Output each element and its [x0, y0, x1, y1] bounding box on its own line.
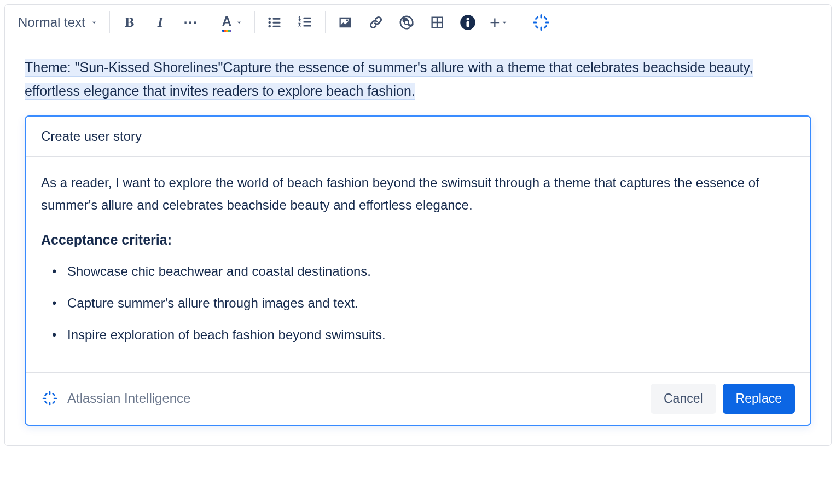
number-list-icon: 123 [298, 15, 313, 30]
plus-icon: + [490, 13, 500, 33]
svg-rect-3 [273, 22, 281, 24]
cancel-button[interactable]: Cancel [651, 384, 716, 414]
ai-brand-label: Atlassian Intelligence [67, 391, 190, 406]
highlight: Theme: "Sun-Kissed Shorelines"Capture th… [25, 59, 753, 100]
svg-rect-11 [304, 25, 311, 27]
svg-rect-27 [44, 393, 48, 397]
table-icon [429, 15, 445, 30]
svg-text:3: 3 [298, 24, 301, 28]
at-icon [398, 14, 415, 31]
svg-rect-20 [543, 25, 547, 28]
text-style-dropdown[interactable]: Normal text [18, 15, 98, 30]
svg-rect-5 [273, 26, 281, 27]
text-color-icon: A [222, 14, 231, 32]
link-button[interactable] [367, 14, 385, 31]
text-style-label: Normal text [18, 15, 85, 30]
svg-rect-18 [545, 22, 549, 24]
image-button[interactable] [336, 14, 354, 31]
svg-rect-9 [304, 21, 311, 23]
number-list-button[interactable]: 123 [297, 14, 314, 31]
svg-point-13 [467, 18, 469, 20]
ai-panel-body: As a reader, I want to explore the world… [26, 157, 810, 372]
svg-rect-26 [54, 398, 57, 399]
info-button[interactable] [459, 14, 477, 31]
svg-rect-7 [304, 18, 311, 19]
editor-content[interactable]: Theme: "Sun-Kissed Shorelines"Capture th… [5, 40, 831, 445]
chevron-down-icon [500, 18, 509, 27]
svg-rect-1 [273, 18, 281, 20]
selected-text: Theme: "Sun-Kissed Shorelines"Capture th… [25, 56, 811, 102]
svg-rect-28 [52, 401, 56, 404]
svg-rect-23 [49, 391, 51, 395]
ai-sparkle-icon [41, 390, 59, 407]
svg-rect-22 [535, 25, 538, 28]
user-story-text: As a reader, I want to explore the world… [41, 172, 795, 217]
table-button[interactable] [428, 14, 446, 31]
editor: Normal text B I ··· A 123 [4, 4, 832, 446]
chevron-down-icon [90, 18, 98, 27]
more-formatting-button[interactable]: ··· [182, 14, 200, 31]
link-icon [368, 15, 384, 30]
ai-brand: Atlassian Intelligence [41, 390, 190, 407]
svg-rect-17 [533, 22, 537, 24]
criteria-heading: Acceptance criteria: [41, 232, 795, 248]
svg-rect-29 [52, 393, 56, 397]
list-item: Capture summer's allure through images a… [56, 293, 795, 314]
mention-button[interactable] [398, 14, 415, 31]
ai-assist-button[interactable] [531, 14, 551, 31]
criteria-list: Showcase chic beachwear and coastal dest… [41, 261, 795, 346]
italic-button[interactable]: I [152, 14, 169, 31]
svg-rect-14 [467, 21, 469, 27]
svg-rect-25 [43, 398, 47, 399]
ai-sparkle-icon [531, 13, 551, 32]
svg-rect-21 [543, 16, 547, 20]
bold-button[interactable]: B [121, 14, 138, 31]
svg-point-2 [268, 21, 271, 24]
bold-icon: B [125, 14, 134, 31]
chevron-down-icon [235, 18, 243, 27]
svg-rect-15 [540, 14, 542, 19]
more-icon: ··· [184, 15, 198, 30]
svg-rect-30 [44, 401, 48, 404]
italic-icon: I [158, 14, 163, 31]
svg-point-4 [268, 25, 271, 28]
svg-rect-24 [49, 402, 51, 406]
ai-suggestion-panel: Create user story As a reader, I want to… [25, 115, 811, 426]
bullet-list-button[interactable] [266, 14, 283, 31]
replace-button[interactable]: Replace [723, 384, 795, 414]
svg-point-0 [268, 18, 271, 20]
info-icon [460, 14, 476, 31]
list-item: Inspire exploration of beach fashion bey… [56, 325, 795, 345]
ai-panel-footer: Atlassian Intelligence Cancel Replace [26, 372, 810, 425]
list-item: Showcase chic beachwear and coastal dest… [56, 261, 795, 282]
bullet-list-icon [267, 15, 282, 30]
add-button[interactable]: + [490, 14, 509, 31]
ai-panel-title: Create user story [26, 117, 810, 157]
toolbar: Normal text B I ··· A 123 [5, 5, 831, 40]
image-icon [338, 15, 353, 30]
svg-rect-16 [540, 27, 542, 31]
svg-rect-19 [535, 16, 538, 20]
text-color-button[interactable]: A [222, 14, 243, 31]
